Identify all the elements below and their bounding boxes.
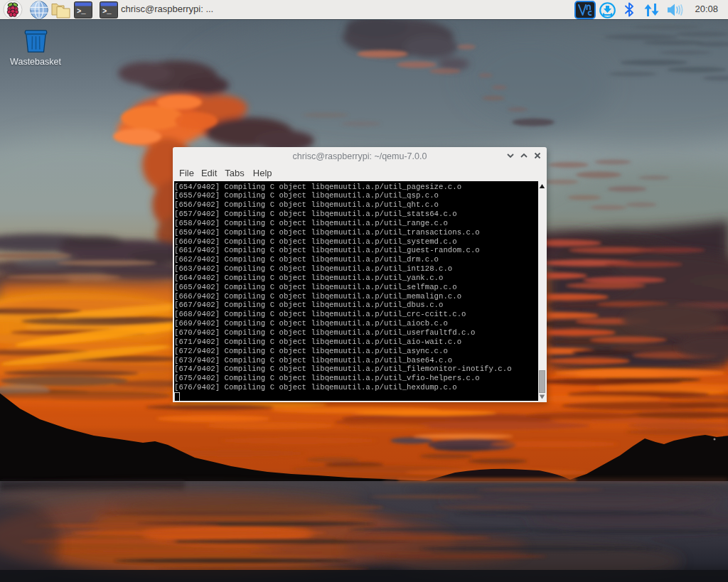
svg-text:>_: >_ [102,7,112,16]
svg-text:>_: >_ [77,7,86,16]
